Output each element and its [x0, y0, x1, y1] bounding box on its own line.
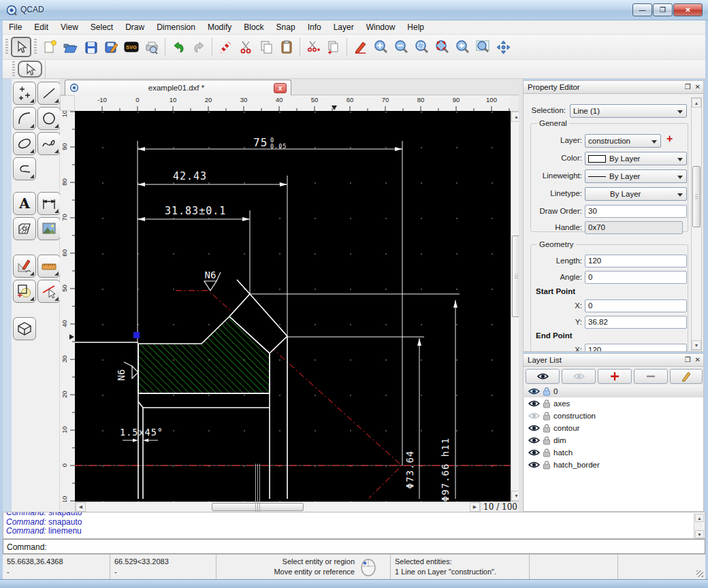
arc-tool-button[interactable]	[13, 107, 36, 130]
float-panel-icon[interactable]: ❐	[685, 356, 691, 363]
horizontal-scroll-thumb[interactable]	[212, 503, 304, 511]
menu-layer[interactable]: Layer	[327, 21, 360, 33]
menu-help[interactable]: Help	[401, 21, 430, 33]
zoom-to-selection-button[interactable]	[432, 37, 452, 57]
line-tool-button[interactable]	[37, 82, 61, 105]
back-to-selection-button[interactable]	[18, 61, 42, 78]
tab-close-button[interactable]: x	[274, 83, 287, 93]
scroll-up-button[interactable]: ▲	[695, 514, 704, 522]
layer-row-hatch[interactable]: hatch	[524, 446, 704, 459]
canvas-horizontal-scrollbar[interactable]: ◀ ▶	[75, 502, 481, 512]
save-button[interactable]	[80, 37, 101, 57]
open-file-button[interactable]	[60, 37, 80, 57]
undo-button[interactable]	[168, 37, 189, 57]
selection-tool-button[interactable]	[11, 37, 31, 57]
menu-dimension[interactable]: Dimension	[150, 21, 202, 33]
paste-button[interactable]	[276, 37, 297, 57]
lineweight-dropdown[interactable]: By Layer	[585, 169, 687, 183]
selection-handle[interactable]	[133, 332, 140, 338]
layer-row-contour[interactable]: contour	[524, 422, 704, 434]
title-bar[interactable]: QCAD — ❐ ✕	[0, 0, 708, 20]
history-scrollbar[interactable]: ▲ ▼	[694, 513, 704, 539]
document-tab[interactable]: example01.dxf * x	[65, 80, 291, 95]
layer-row-construction[interactable]: construction	[524, 410, 704, 422]
menu-select[interactable]: Select	[84, 21, 119, 33]
menu-modify[interactable]: Modify	[202, 21, 238, 33]
new-file-button[interactable]	[39, 37, 60, 57]
image-tool-button[interactable]	[37, 217, 61, 240]
color-dropdown[interactable]: By Layer	[585, 152, 687, 165]
scroll-left-button[interactable]: ◀	[76, 502, 86, 512]
print-preview-button[interactable]	[142, 37, 162, 57]
close-panel-icon[interactable]: ✕	[695, 356, 701, 363]
pan-button[interactable]	[493, 37, 513, 57]
menu-file[interactable]: File	[3, 21, 28, 33]
scroll-thumb[interactable]	[692, 166, 701, 227]
command-history[interactable]: Command: snapauto Command: snapauto Comm…	[3, 512, 705, 539]
length-input[interactable]: 120	[585, 255, 687, 267]
float-panel-icon[interactable]: ❐	[685, 83, 691, 91]
close-panel-icon[interactable]: ✕	[695, 83, 701, 91]
info-tool-button[interactable]	[13, 255, 36, 278]
scroll-right-button[interactable]: ▶	[470, 502, 480, 512]
selection-dropdown[interactable]: Line (1)	[570, 104, 687, 118]
zoom-in-button[interactable]	[370, 37, 391, 57]
menu-view[interactable]: View	[54, 21, 84, 33]
modify-tool-button[interactable]	[13, 280, 36, 303]
minimize-button[interactable]: —	[632, 3, 652, 16]
layer-row-0[interactable]: 0	[524, 385, 704, 397]
scroll-down-button[interactable]: ▼	[692, 340, 701, 350]
redo-button[interactable]	[189, 37, 209, 57]
show-all-layers-button[interactable]	[526, 369, 560, 384]
snap-tool-button[interactable]	[37, 280, 61, 303]
add-layer-button[interactable]	[598, 369, 632, 384]
polyline-tool-button[interactable]	[13, 157, 36, 180]
layer-list-title[interactable]: Layer List	[524, 354, 703, 367]
previous-view-button[interactable]	[452, 37, 472, 57]
scroll-up-button[interactable]: ▲	[692, 98, 701, 108]
angle-input[interactable]: 0	[585, 271, 687, 284]
menu-edit[interactable]: Edit	[28, 21, 54, 33]
resize-grip[interactable]	[696, 570, 703, 577]
delete-button[interactable]	[215, 37, 236, 57]
layer-row-dim[interactable]: dim	[524, 434, 704, 446]
hide-all-layers-button[interactable]	[562, 369, 596, 384]
ruler-tool-button[interactable]	[37, 255, 61, 278]
start-y-input[interactable]: 36.82	[585, 316, 687, 329]
command-input[interactable]: Command:	[3, 539, 705, 554]
menu-info[interactable]: Info	[302, 21, 327, 33]
maximize-button[interactable]: ❐	[653, 3, 673, 16]
layer-row-hatch-border[interactable]: hatch_border	[524, 459, 704, 471]
end-x-input[interactable]: 120	[585, 344, 687, 352]
cut-with-reference-button[interactable]	[303, 37, 323, 57]
cut-button[interactable]	[236, 37, 256, 57]
ellipse-tool-button[interactable]	[13, 132, 36, 155]
layer-row-axes[interactable]: axes	[524, 397, 704, 410]
spline-tool-button[interactable]	[37, 132, 61, 155]
menu-block[interactable]: Block	[238, 21, 270, 33]
point-tool-button[interactable]	[13, 82, 36, 105]
menu-draw[interactable]: Draw	[119, 21, 150, 33]
add-custom-property-button[interactable]: +	[666, 133, 673, 145]
menu-window[interactable]: Window	[360, 21, 402, 33]
zoom-window-button[interactable]	[472, 37, 493, 57]
edit-layer-button[interactable]	[670, 369, 703, 384]
auto-zoom-button[interactable]	[411, 37, 432, 57]
property-editor-title[interactable]: Property Editor	[524, 81, 703, 94]
save-as-button[interactable]	[101, 37, 121, 57]
zoom-out-button[interactable]	[391, 37, 411, 57]
start-x-input[interactable]: 0	[585, 299, 687, 312]
scroll-down-button[interactable]: ▼	[695, 530, 704, 538]
copy-button[interactable]	[256, 37, 276, 57]
menu-snap[interactable]: Snap	[270, 21, 302, 33]
text-tool-button[interactable]: A	[13, 192, 36, 215]
linetype-dropdown[interactable]: By Layer	[585, 187, 687, 201]
drawing-canvas[interactable]: 75 0 0.05 42.43 31.83±0.1 1.5x45° Φ73.64…	[75, 111, 511, 502]
layer-dropdown[interactable]: construction	[585, 134, 661, 148]
draw-order-input[interactable]: 30	[585, 205, 687, 218]
svg-export-button[interactable]: SVG	[121, 37, 142, 57]
remove-layer-button[interactable]	[634, 369, 668, 384]
copy-with-reference-button[interactable]	[323, 37, 344, 57]
dimension-tool-button[interactable]	[37, 192, 61, 215]
circle-tool-button[interactable]	[37, 107, 61, 130]
